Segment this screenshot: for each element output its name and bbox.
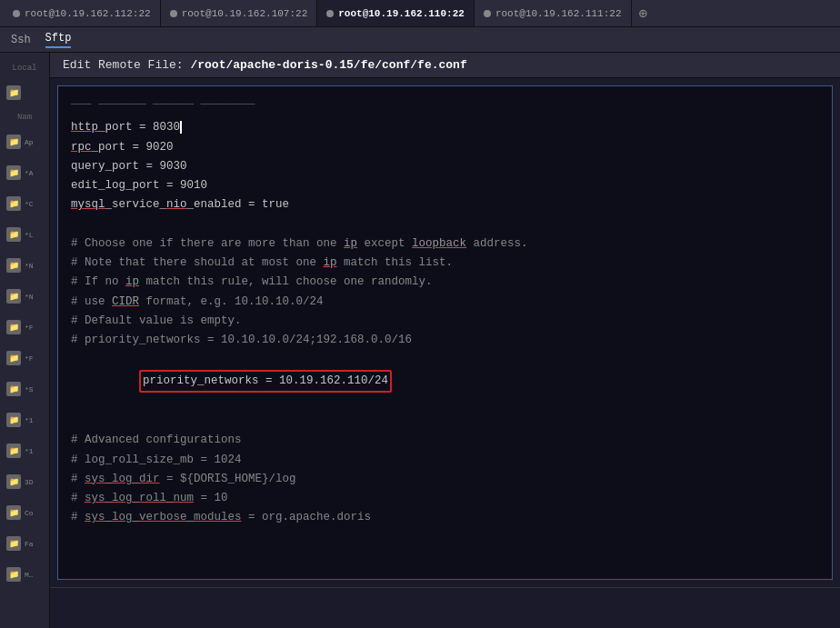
folder-icon-8: 📁 (6, 351, 21, 365)
sidebar-item-6[interactable]: 📁 *N (3, 282, 46, 311)
rpc-underline: rpc (71, 141, 92, 154)
nav-row: Ssh Sftp (0, 27, 840, 53)
sidebar-item-label-1: Ap (25, 138, 34, 146)
tab-indicator (170, 10, 177, 17)
editor-line-comment4: # use CIDR format, e.g. 10.10.10.0/24 (71, 293, 819, 312)
sidebar-item-label-10: *1 (25, 416, 34, 424)
editor-line-query-port: query_port = 9030 (71, 157, 819, 176)
sidebar-item-label-12: 3D (25, 478, 34, 486)
sidebar-item-13[interactable]: 📁 Co (3, 498, 46, 527)
editor-line-empty2 (71, 412, 819, 431)
sidebar-item-label-8: *F (25, 354, 34, 363)
tab-indicator (13, 10, 20, 17)
folder-icon-7: 📁 (6, 320, 21, 334)
file-path: /root/apache-doris-0.15/fe/conf/fe.conf (190, 58, 466, 72)
sidebar: Local 📁 Nam 📁 Ap 📁 *A 📁 *C 📁 *L 📁 *N 📁 *… (0, 53, 50, 628)
sidebar-item-14[interactable]: 📁 Fa (3, 529, 46, 558)
editor-line-comment6: # priority_networks = 10.10.10.0/24;192.… (71, 331, 819, 350)
sidebar-item-9[interactable]: 📁 *S (3, 374, 46, 404)
loopback-underline: loopback (412, 237, 466, 250)
nav-sftp[interactable]: Sftp (45, 32, 72, 48)
syslogverbose-underline: sys_log_verbose_modules (85, 511, 242, 523)
file-header: Edit Remote File: /root/apache-doris-0.1… (50, 53, 840, 78)
file-header-prefix: Edit Remote File: (63, 58, 190, 72)
editor-line-mysql: mysql_service_nio_enabled = true (71, 195, 819, 214)
bottom-bar (50, 587, 840, 628)
sidebar-item-label-15: M… (25, 571, 34, 579)
local-label: Local (0, 60, 49, 76)
sidebar-item-label-3: *C (25, 200, 34, 208)
folder-icon-10: 📁 (6, 413, 21, 427)
folder-icon-14: 📁 (6, 536, 21, 551)
add-tab-button[interactable]: ⊕ (632, 5, 655, 23)
editor-line-sys-log-verbose: # sys_log_verbose_modules = org.apache.d… (71, 508, 819, 527)
editor-line-comment2: # Note that there should at most one ip … (71, 254, 819, 273)
sidebar-item-1[interactable]: 📁 Ap (3, 127, 46, 156)
mysql-underline: mysql (71, 198, 105, 211)
tab-2[interactable]: root@10.19.162.107:22 (161, 0, 318, 26)
sidebar-item-3[interactable]: 📁 *C (3, 189, 46, 218)
folder-icon-13: 📁 (6, 505, 21, 520)
sidebar-item-10[interactable]: 📁 *1 (3, 405, 46, 434)
tab-bar: root@10.19.162.112:22 root@10.19.162.107… (0, 0, 840, 27)
sidebar-item-label-7: *F (25, 324, 34, 332)
ip-underline2: ip (324, 256, 337, 269)
folder-icon-12: 📁 (6, 474, 21, 489)
sidebar-item-label-14: Fa (25, 540, 34, 548)
ip-underline1: ip (344, 237, 357, 250)
editor-line-http-port: http_port = 8030 (71, 118, 819, 137)
tab-4[interactable]: root@10.19.162.111:22 (475, 0, 632, 26)
syslogdir-underline: sys_log_dir (85, 473, 160, 485)
priority-networks-highlight: priority_networks = 10.19.162.110/24 (139, 370, 392, 393)
sidebar-item-label-13: Co (25, 509, 34, 517)
sidebar-item-12[interactable]: 📁 3D (3, 467, 46, 496)
nav-ssh[interactable]: Ssh (11, 34, 31, 46)
folder-icon-5: 📁 (6, 258, 21, 273)
editor-line-advanced: # Advanced configurations (71, 431, 819, 450)
editor-line-sys-log-roll: # sys_log_roll_num = 10 (71, 489, 819, 508)
tab-indicator (484, 10, 491, 17)
folder-icon-15: 📁 (6, 567, 21, 582)
editor-line-comment5: # Default value is empty. (71, 312, 819, 331)
cursor (180, 121, 182, 134)
tab-1[interactable]: root@10.19.162.112:22 (4, 0, 161, 26)
sidebar-item-11[interactable]: 📁 *1 (3, 436, 46, 465)
sidebar-item-label-4: *L (25, 231, 34, 239)
folder-icon-0: 📁 (6, 85, 21, 100)
editor-line-edit-log-port: edit_log_port = 9010 (71, 176, 819, 195)
editor-line-priority-networks: priority_networks = 10.19.162.110/24 (71, 350, 819, 412)
folder-icon-2: 📁 (6, 165, 21, 180)
editor-scroll[interactable]: ─── ─────── ────── ──────── http_port = … (58, 86, 832, 579)
folder-icon-9: 📁 (6, 382, 21, 396)
name-label: Nam (0, 109, 49, 125)
content-area: Edit Remote File: /root/apache-doris-0.1… (50, 53, 840, 628)
sidebar-item-8[interactable]: 📁 *F (3, 344, 46, 373)
editor-line-log-roll: # log_roll_size_mb = 1024 (71, 451, 819, 470)
main-layout: Local 📁 Nam 📁 Ap 📁 *A 📁 *C 📁 *L 📁 *N 📁 *… (0, 53, 840, 628)
editor-container[interactable]: ─── ─────── ────── ──────── http_port = … (57, 85, 833, 580)
sidebar-item-label-6: *N (25, 293, 34, 301)
sidebar-item-0[interactable]: 📁 (3, 78, 46, 107)
editor-line-empty1 (71, 215, 819, 234)
sidebar-item-label-9: *S (25, 385, 34, 394)
ip-underline3: ip (125, 275, 139, 288)
sidebar-item-label-11: *1 (25, 447, 34, 455)
sidebar-item-4[interactable]: 📁 *L (3, 220, 46, 249)
nio-underline: nio (166, 198, 187, 211)
tab-3[interactable]: root@10.19.162.110:22 (317, 0, 475, 26)
sidebar-item-15[interactable]: 📁 M… (3, 560, 46, 589)
folder-icon-11: 📁 (6, 444, 21, 458)
cidr-underline: CIDR (112, 295, 139, 308)
sidebar-item-2[interactable]: 📁 *A (3, 158, 46, 187)
editor-line-sys-log-dir: # sys_log_dir = ${DORIS_HOME}/log (71, 470, 819, 489)
sidebar-item-5[interactable]: 📁 *N (3, 251, 46, 280)
editor-line-rpc-port: rpc_port = 9020 (71, 138, 819, 157)
sidebar-item-label-2: *A (25, 169, 34, 177)
tab-indicator (326, 10, 334, 17)
sidebar-item-7[interactable]: 📁 *F (3, 313, 46, 342)
folder-icon-1: 📁 (6, 135, 21, 149)
folder-icon-4: 📁 (6, 227, 21, 242)
sidebar-item-label-5: *N (25, 262, 34, 270)
editor-line-comment3: # If no ip match this rule, will choose … (71, 273, 819, 292)
http-underline: http (71, 121, 98, 134)
